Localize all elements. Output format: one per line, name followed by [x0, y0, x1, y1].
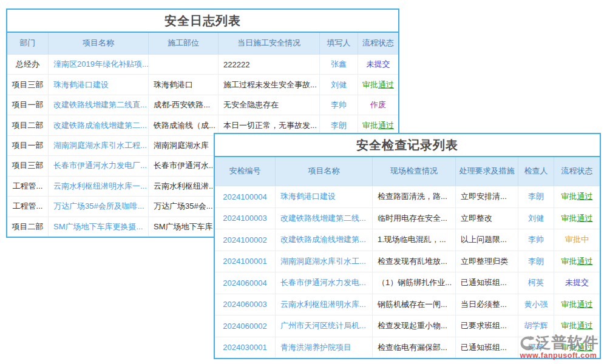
t1-cell-dept: 项目一部: [7, 95, 49, 115]
t1-cell-project[interactable]: 改建铁路成渝线增建第二...: [49, 115, 149, 135]
t1-cell-project[interactable]: SM广场地下车库更换摄...: [49, 217, 149, 237]
t2-cell-project[interactable]: 广州市天河区统计局机...: [276, 315, 373, 337]
safety-log-title: 安全日志列表: [7, 10, 398, 33]
insp-col-header-status: 流程状态: [554, 157, 600, 186]
t1-cell-site: 湖南洞庭湖水库: [149, 136, 219, 155]
t1-cell-dept: 工程管...: [7, 197, 49, 216]
t1-cell-dept: 总经办: [7, 55, 49, 74]
t2-cell-status: 未提交: [554, 272, 600, 294]
t2-cell-project[interactable]: 湖南洞庭湖水库引水工...: [276, 251, 373, 272]
t2-cell-measure: 当日必须整...: [456, 294, 518, 315]
t1-cell-dept: 项目二部: [7, 217, 49, 237]
t1-cell-status: 未提交: [358, 55, 398, 74]
t1-cell-situation: 222222: [219, 55, 320, 74]
safety-inspection-table-row: 2024100004珠海鹤港口建设检查路面清洗，路...立即安排清...李朗审批…: [215, 186, 600, 208]
insp-col-header-inspector: 检查人: [518, 157, 554, 186]
t1-cell-dept: 项目三部: [7, 75, 49, 94]
t1-cell-site: 长春市伊通河水...: [149, 156, 219, 175]
t2-cell-project[interactable]: 改建铁路线增建第二线...: [276, 208, 373, 229]
t2-cell-id[interactable]: 2024030001: [215, 337, 276, 359]
t1-cell-project[interactable]: 万达广场35#会所及咖啡...: [49, 197, 149, 216]
t1-cell-site: 铁路成渝线（成...: [149, 115, 219, 135]
safety-inspection-header-row: 安检编号 项目名称 现场检查情况 处理要求及措施 检查人 流程状态: [215, 157, 600, 186]
safety-log-header-row: 部门 项目名称 施工部位 当日施工安全情况 填写人 流程状态: [7, 33, 398, 55]
t2-cell-inspector[interactable]: 李朗: [518, 186, 554, 207]
t1-cell-status[interactable]: 审批通过: [358, 75, 398, 94]
safety-inspection-table-row: 2024030001青海洪湖养护院项目检查临电有漏保部...已通知班组...邓琴…: [215, 337, 600, 359]
t2-cell-project[interactable]: 改建铁路成渝线增建第...: [276, 229, 373, 251]
t1-cell-site: 成都-西安铁路...: [149, 95, 219, 115]
t1-cell-project[interactable]: 长春市伊通河水力发电厂...: [49, 156, 149, 175]
safety-log-table-row: 项目一部改建铁路线增建第二线直...成都-西安铁路...无安全隐患存在李帅作废: [7, 95, 398, 115]
t1-cell-dept: 项目一部: [7, 136, 49, 155]
t2-cell-status[interactable]: 审批通过: [554, 337, 600, 359]
t2-cell-inspector[interactable]: 黄小强: [518, 294, 554, 315]
t2-cell-measure: 立即整改: [456, 208, 518, 229]
t2-cell-id[interactable]: 2024100002: [215, 229, 276, 251]
safety-inspection-panel: 安全检查记录列表 安检编号 项目名称 现场检查情况 处理要求及措施 检查人 流程…: [214, 133, 601, 359]
t1-cell-project[interactable]: 珠海鹤港口建设: [49, 75, 149, 94]
t2-cell-inspector[interactable]: 李朗: [518, 251, 554, 272]
t1-cell-writer[interactable]: 张鑫: [320, 55, 358, 74]
safety-inspection-table-row: 2024100003改建铁路线增建第二线...临时用电存在安全...立即整改刘健…: [215, 208, 600, 230]
t1-cell-project[interactable]: 潼南区2019年绿化补贴项...: [49, 55, 149, 74]
log-col-header-site: 施工部位: [149, 33, 219, 54]
t1-cell-situation: 施工过程未发生安全事故...: [219, 75, 320, 94]
t2-cell-id[interactable]: 2024100004: [215, 186, 276, 207]
t1-cell-project[interactable]: 云南水利枢纽潜明水库一...: [49, 177, 149, 196]
safety-inspection-table-row: 2024060004长春市伊通河水力发电...（1）钢筋绑扎作业...已通知班组…: [215, 272, 600, 294]
t2-cell-inspection: 钢筋机械存在一闸...: [373, 294, 456, 315]
t1-cell-writer[interactable]: 李朗: [320, 115, 358, 135]
insp-col-header-project: 项目名称: [276, 157, 373, 186]
t2-cell-measure: 立即安排清...: [456, 186, 518, 207]
t1-cell-dept: 工程管...: [7, 177, 49, 196]
t2-cell-id[interactable]: 2024060004: [215, 272, 276, 294]
t1-cell-site: SM广场地下车库: [149, 217, 219, 237]
t2-cell-inspection: （1）钢筋绑扎作业...: [373, 272, 456, 294]
t2-cell-id[interactable]: 2024100003: [215, 208, 276, 229]
t2-cell-status[interactable]: 审批通过: [554, 294, 600, 315]
t2-cell-status[interactable]: 审批通过: [554, 186, 600, 207]
t1-cell-situation: 无安全隐患存在: [219, 95, 320, 115]
safety-inspection-table-row: 2024060002广州市天河区统计局机...检查发现起重小物...已要求班组.…: [215, 315, 600, 337]
t2-cell-inspector[interactable]: 胡学辉: [518, 315, 554, 337]
t2-cell-inspection: 检查临电有漏保部...: [373, 337, 456, 359]
t2-cell-id[interactable]: 2024100001: [215, 251, 276, 272]
t2-cell-inspection: 检查发现起重小物...: [373, 315, 456, 337]
log-col-header-status: 流程状态: [358, 33, 398, 54]
insp-col-header-inspection: 现场检查情况: [373, 157, 456, 186]
t1-cell-project[interactable]: 改建铁路线增建第二线直...: [49, 95, 149, 115]
t1-cell-dept: 项目三部: [7, 156, 49, 175]
t2-cell-inspection: 1.现场临电混乱，...: [373, 229, 456, 251]
log-col-header-situation: 当日施工安全情况: [219, 33, 320, 54]
t1-cell-status: 作废: [358, 95, 398, 115]
t2-cell-status: 审批中: [554, 229, 600, 251]
safety-inspection-title: 安全检查记录列表: [215, 134, 600, 157]
t2-cell-project[interactable]: 珠海鹤港口建设: [276, 186, 373, 207]
t1-cell-site: 万达广场35#会...: [149, 197, 219, 216]
t1-cell-project[interactable]: 湖南洞庭湖水库引水工程...: [49, 136, 149, 155]
t2-cell-project[interactable]: 云南水利枢纽潜明水库...: [276, 294, 373, 315]
t2-cell-project[interactable]: 青海洪湖养护院项目: [276, 337, 373, 359]
t2-cell-measure: 已通知班组...: [456, 337, 518, 359]
t2-cell-measure: 已要求班组...: [456, 315, 518, 337]
t2-cell-project[interactable]: 长春市伊通河水力发电...: [276, 272, 373, 294]
t2-cell-id[interactable]: 2024060002: [215, 315, 276, 337]
t1-cell-writer[interactable]: 李帅: [320, 95, 358, 115]
safety-inspection-table-row: 2024100001湖南洞庭湖水库引水工...检查发现有乱堆放...立即整理归类…: [215, 251, 600, 273]
t2-cell-status[interactable]: 审批通过: [554, 208, 600, 229]
t1-cell-writer[interactable]: 刘健: [320, 75, 358, 94]
safety-inspection-rows: 2024100004珠海鹤港口建设检查路面清洗，路...立即安排清...李朗审批…: [215, 186, 600, 358]
t2-cell-inspector[interactable]: 刘健: [518, 208, 554, 229]
t2-cell-inspector[interactable]: 柯英: [518, 272, 554, 294]
t2-cell-inspector[interactable]: 邓琴: [518, 337, 554, 359]
t2-cell-id[interactable]: 2024060003: [215, 294, 276, 315]
t1-cell-dept: 项目二部: [7, 115, 49, 135]
t2-cell-inspector[interactable]: 李帅: [518, 229, 554, 251]
t2-cell-status[interactable]: 审批通过: [554, 315, 600, 337]
t2-cell-measure: 已通知班组...: [456, 272, 518, 294]
insp-col-header-id: 安检编号: [215, 157, 276, 186]
t1-cell-status[interactable]: 审批通过: [358, 115, 398, 135]
t2-cell-measure: 立即整理归类: [456, 251, 518, 272]
t2-cell-status[interactable]: 审批通过: [554, 251, 600, 272]
